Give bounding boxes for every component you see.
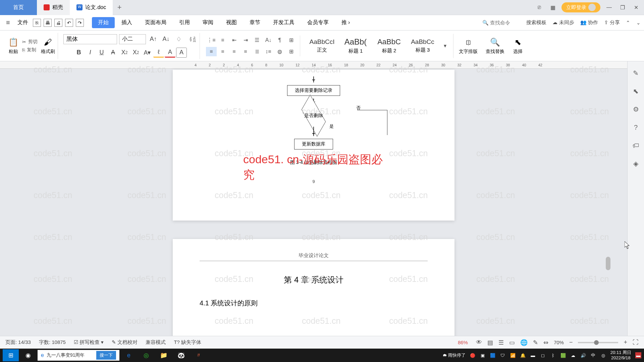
select-button[interactable]: ⬉选择 — [513, 37, 523, 55]
asian-layout-button[interactable]: ☰ — [252, 36, 262, 45]
ribbon-tab-more[interactable]: 推 › — [335, 17, 356, 28]
command-search-input[interactable] — [490, 20, 520, 25]
collab-button[interactable]: 👥 协作 — [580, 19, 598, 26]
cut-button[interactable]: ✂ 剪切 — [22, 39, 38, 45]
word-count[interactable]: 字数: 10875 — [39, 339, 66, 346]
document-proof[interactable]: ✎ 文档校对 — [112, 339, 138, 346]
ribbon-tab-references[interactable]: 引用 — [173, 17, 196, 28]
align-justify-button[interactable]: ≡ — [240, 47, 251, 56]
tray-onedrive-icon[interactable]: ☁ — [570, 352, 576, 358]
tab-document[interactable]: 论文.doc — [70, 0, 113, 15]
taskbar-360-icon[interactable]: ◎ — [138, 349, 154, 361]
ribbon-tab-review[interactable]: 审阅 — [197, 17, 219, 28]
pencil-tool-icon[interactable]: ✎ — [631, 68, 641, 78]
bullets-button[interactable]: ⋮≡ — [206, 36, 217, 45]
paste-button[interactable]: 📋粘贴 — [8, 37, 19, 55]
quick-access-redo[interactable]: ↷ — [76, 19, 84, 27]
copy-button[interactable]: ⎘ 复制 — [22, 47, 38, 53]
decrease-indent-button[interactable]: ⇤ — [229, 36, 239, 45]
zoom-level[interactable]: 70% — [554, 340, 564, 345]
compat-mode[interactable]: 兼容模式 — [146, 339, 166, 346]
tab-daoke[interactable]: 稻壳 — [37, 0, 70, 15]
missing-font[interactable]: T? 缺失字体 — [174, 339, 201, 346]
highlight-button[interactable]: ℓ — [153, 48, 164, 58]
tray-icon-7[interactable]: 🟩 — [560, 352, 566, 358]
ribbon-tab-insert[interactable]: 插入 — [115, 17, 138, 28]
tray-icon-5[interactable]: ▬ — [530, 352, 536, 358]
superscript-button[interactable]: X2 — [119, 48, 130, 58]
tray-action-center-icon[interactable]: ▬ — [635, 352, 641, 358]
ribbon-tab-layout[interactable]: 页面布局 — [139, 17, 172, 28]
eye-icon[interactable]: 👁 — [476, 339, 482, 346]
font-color-button[interactable]: A — [165, 48, 175, 58]
tabs-button[interactable]: ⊞ — [286, 36, 297, 45]
style-heading3[interactable]: AaBbCc标题 3 — [406, 34, 439, 58]
selection-tool-icon[interactable]: ⬉ — [631, 86, 641, 96]
window-minimize[interactable]: — — [604, 3, 614, 12]
start-button[interactable]: ⊞ — [3, 349, 19, 361]
quick-access-save[interactable]: 🖶 — [44, 19, 52, 27]
spell-check[interactable]: ☑ 拼写检查 ▾ — [74, 339, 104, 346]
apps-grid-icon[interactable]: ▦ — [548, 3, 557, 12]
italic-button[interactable]: I — [85, 48, 96, 58]
page-indicator[interactable]: 页面: 14/33 — [5, 339, 31, 346]
tray-icon-1[interactable]: 🔴 — [470, 352, 476, 358]
tray-icon-8[interactable]: ◎ — [600, 352, 606, 358]
ribbon-tab-start[interactable]: 开始 — [92, 17, 115, 28]
zoom-in-button[interactable]: + — [624, 339, 627, 346]
format-painter-button[interactable]: 🖌格式刷 — [41, 37, 55, 55]
zoom-slider[interactable] — [578, 342, 618, 343]
template-search[interactable]: 搜索模板 — [526, 19, 546, 26]
font-size-select[interactable] — [119, 34, 146, 44]
text-effects-button[interactable]: A▾ — [142, 48, 153, 58]
quick-access-undo[interactable]: ↶ — [65, 19, 73, 27]
weather-widget[interactable]: 🌧 雨快停了 — [442, 352, 466, 358]
align-left-button[interactable]: ≡ — [206, 47, 217, 56]
line-spacing-button[interactable]: ↕≡ — [263, 47, 274, 56]
vertical-scrollbar-thumb[interactable] — [606, 257, 610, 270]
view-outline-icon[interactable]: ☰ — [498, 339, 504, 346]
taskbar-search-button[interactable]: 搜一下 — [96, 351, 116, 360]
taskbar-wps-icon[interactable]: 〃 — [191, 349, 207, 361]
view-reading-icon[interactable]: ▭ — [509, 339, 515, 346]
align-center-button[interactable]: ≡ — [217, 47, 228, 56]
ribbon-tab-devtools[interactable]: 开发工具 — [267, 17, 301, 28]
taskbar-explorer-icon[interactable]: 📁 — [156, 349, 172, 361]
window-mode-icon[interactable]: ⎚ — [535, 3, 544, 12]
fit-width-icon[interactable]: ⇔ — [543, 339, 548, 346]
tray-ime-icon[interactable]: 中 — [590, 352, 596, 358]
find-replace-button[interactable]: 🔍查找替换 — [486, 37, 504, 55]
tab-home[interactable]: 首页 — [0, 0, 37, 15]
taskbar-clock[interactable]: 20:11 周日 2022/9/18 — [610, 350, 631, 360]
sync-status[interactable]: ☁ 未同步 — [552, 19, 574, 26]
tray-bluetooth-icon[interactable]: ᛒ — [550, 352, 556, 358]
subscript-button[interactable]: X2 — [130, 48, 141, 58]
underline-button[interactable]: U — [96, 48, 107, 58]
command-search[interactable]: 🔍 — [482, 20, 520, 26]
quick-access-open[interactable]: ⎘ — [33, 19, 41, 27]
taskbar-search[interactable]: e 九一八事变91周年 搜一下 — [38, 350, 119, 361]
ribbon-tab-view[interactable]: 视图 — [220, 17, 243, 28]
phonetic-button[interactable]: ㍞ — [186, 34, 197, 44]
tray-icon-3[interactable]: 🟦 — [490, 352, 496, 358]
window-close[interactable]: ✕ — [631, 3, 641, 12]
para-marks-button[interactable]: ¶ — [274, 36, 285, 45]
styles-more-button[interactable]: ▾ — [440, 41, 450, 51]
numbering-button[interactable]: ≡ — [217, 36, 228, 45]
help-icon[interactable]: ? — [631, 122, 641, 132]
horizontal-ruler[interactable]: 4224681012141618202224262830323436384042 — [0, 61, 627, 69]
char-border-button[interactable]: A — [176, 48, 187, 58]
clear-format-button[interactable]: ♢ — [173, 34, 184, 44]
align-right-button[interactable]: ≡ — [229, 47, 239, 56]
increase-font-button[interactable]: A↑ — [148, 34, 159, 44]
tray-icon-2[interactable]: ▣ — [480, 352, 486, 358]
tray-wifi-icon[interactable]: 📶 — [510, 352, 516, 358]
tray-notification-icon[interactable]: 🔔 — [520, 352, 526, 358]
borders-button[interactable]: ⊞ — [286, 47, 297, 56]
sort-button[interactable]: A↓ — [263, 36, 274, 45]
view-web-icon[interactable]: 🌐 — [520, 339, 528, 346]
edit-icon[interactable]: ✎ — [533, 339, 538, 346]
strikethrough-button[interactable]: A — [108, 48, 118, 58]
ribbon-tab-vip[interactable]: 会员专享 — [301, 17, 335, 28]
decrease-font-button[interactable]: A↓ — [161, 34, 171, 44]
